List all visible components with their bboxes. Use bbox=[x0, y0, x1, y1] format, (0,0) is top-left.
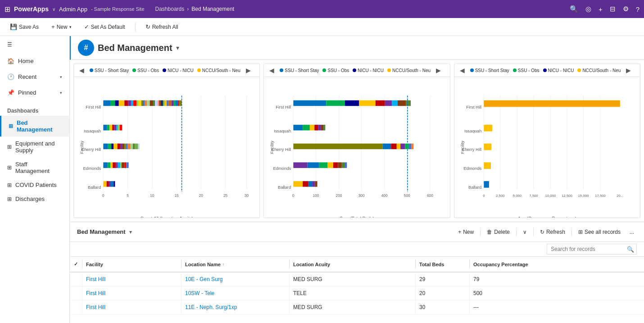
logo-chevron-icon[interactable]: ∨ bbox=[52, 7, 55, 12]
legend-ssu-short: SSU - Short Stay bbox=[90, 68, 129, 73]
table-more-button[interactable]: ... bbox=[627, 227, 637, 237]
row3-location[interactable]: 11E - Neph. Surg/1xp bbox=[181, 300, 290, 314]
svg-rect-109 bbox=[345, 100, 359, 106]
chart3-prev-btn[interactable]: ◀ bbox=[458, 67, 467, 74]
set-default-button[interactable]: ✓ Set As Default bbox=[82, 22, 128, 32]
chart2-prev-btn[interactable]: ◀ bbox=[268, 67, 276, 74]
table-title-chevron-icon[interactable]: ▾ bbox=[129, 229, 132, 235]
chart1-prev-btn[interactable]: ◀ bbox=[77, 67, 86, 74]
svg-rect-57 bbox=[120, 125, 122, 131]
svg-rect-51 bbox=[107, 125, 109, 131]
powerapps-logo[interactable]: PowerApps bbox=[14, 5, 49, 13]
table-title: Bed Management bbox=[77, 228, 126, 235]
svg-rect-20 bbox=[103, 100, 110, 106]
svg-rect-107 bbox=[294, 100, 327, 106]
chart3-legend-nicu: NICU - NICU bbox=[543, 68, 574, 73]
recent-label-group: 🕐 Recent bbox=[7, 73, 36, 80]
chart3-dot4 bbox=[577, 68, 581, 72]
recent-chevron-icon[interactable]: ▾ bbox=[60, 75, 62, 79]
search-icon[interactable]: 🔍 bbox=[570, 5, 578, 13]
sidebar-toggle[interactable]: ☰ bbox=[0, 36, 69, 53]
svg-rect-68 bbox=[131, 144, 133, 150]
bed-management-label: Bed Management bbox=[17, 119, 62, 133]
th-location-name: Location Name ↑ bbox=[181, 259, 290, 269]
sidebar-item-bed-management[interactable]: ⊞ Bed Management bbox=[0, 116, 69, 136]
location-sort-icon[interactable]: ↑ bbox=[222, 262, 225, 267]
filter-icon[interactable]: ⊟ bbox=[610, 5, 616, 13]
sidebar-item-recent[interactable]: 🕐 Recent ▾ bbox=[0, 69, 69, 85]
svg-text:100: 100 bbox=[313, 193, 319, 198]
svg-rect-143 bbox=[312, 181, 315, 187]
table-down-btn[interactable]: ∨ bbox=[520, 227, 530, 237]
new-button[interactable]: + New ▾ bbox=[49, 22, 74, 32]
search-submit-icon[interactable]: 🔍 bbox=[627, 246, 634, 253]
new-chevron-icon[interactable]: ▾ bbox=[69, 25, 72, 29]
page-header-icon: # bbox=[78, 40, 94, 56]
svg-text:0: 0 bbox=[483, 194, 485, 198]
save-as-button[interactable]: 💾 Save As bbox=[7, 22, 41, 32]
row3-acuity: MED SURG bbox=[290, 300, 416, 314]
see-all-records-button[interactable]: ⊞ See all records bbox=[576, 227, 623, 237]
add-icon[interactable]: + bbox=[599, 5, 603, 13]
legend-nccu-dot bbox=[197, 68, 201, 72]
svg-text:10,000: 10,000 bbox=[545, 194, 556, 198]
sidebar-item-staff-management[interactable]: ⊞ Staff Management bbox=[0, 157, 69, 178]
svg-rect-28 bbox=[136, 100, 138, 106]
table-toolbar: Bed Management ▾ + New 🗑 Delete ∨ bbox=[70, 222, 644, 242]
row1-facility[interactable]: First Hill bbox=[82, 273, 181, 286]
row3-check bbox=[70, 300, 82, 314]
svg-rect-120 bbox=[315, 125, 318, 131]
sidebar-item-discharges[interactable]: ⊞ Discharges bbox=[0, 192, 69, 206]
refresh-all-button[interactable]: ↻ Refresh All bbox=[143, 22, 181, 32]
table-row: First Hill 10E - Gen Surg MED SURG 29 79 bbox=[70, 273, 644, 287]
svg-text:0: 0 bbox=[292, 193, 295, 198]
pinned-label-group: 📌 Pinned bbox=[7, 89, 36, 96]
svg-rect-136 bbox=[333, 162, 338, 168]
staff-icon: ⊞ bbox=[7, 164, 12, 171]
circle-icon[interactable]: ◎ bbox=[585, 5, 591, 13]
chart2-next-btn[interactable]: ▶ bbox=[434, 67, 443, 74]
table-refresh-button[interactable]: ↻ Refresh bbox=[537, 227, 568, 237]
svg-rect-74 bbox=[110, 162, 113, 168]
svg-rect-35 bbox=[153, 100, 155, 106]
home-icon: 🏠 bbox=[7, 58, 14, 64]
row3-facility[interactable]: First Hill bbox=[82, 300, 181, 314]
th-occupancy: Occupancy Percentage bbox=[470, 259, 644, 269]
sidebar-item-pinned[interactable]: 📌 Pinned ▾ bbox=[0, 85, 69, 100]
svg-text:200: 200 bbox=[336, 193, 342, 198]
sidebar-item-equipment-supply[interactable]: ⊞ Equipment and Supply bbox=[0, 136, 69, 157]
row2-location[interactable]: 10SW - Tele bbox=[181, 287, 290, 300]
help-icon[interactable]: ? bbox=[636, 5, 639, 13]
svg-text:500: 500 bbox=[404, 193, 410, 198]
table-toolbar-divider3 bbox=[533, 227, 534, 237]
chart1-next-btn[interactable]: ▶ bbox=[244, 67, 253, 74]
svg-text:15: 15 bbox=[174, 193, 179, 198]
svg-rect-80 bbox=[124, 162, 126, 168]
sidebar-item-home[interactable]: 🏠 Home bbox=[0, 53, 69, 69]
svg-text:Ballard: Ballard bbox=[88, 185, 101, 190]
chart3-dot3 bbox=[543, 68, 547, 72]
svg-text:Issaquah: Issaquah bbox=[84, 129, 101, 133]
table-delete-button[interactable]: 🗑 Delete bbox=[484, 227, 512, 237]
breadcrumb-dashboards[interactable]: Dashboards bbox=[155, 6, 185, 12]
row2-facility[interactable]: First Hill bbox=[82, 287, 181, 300]
chart2-svg: Facility First Hill Issaquah Cherry Hill… bbox=[268, 79, 446, 216]
th-total-beds: Total Beds bbox=[416, 259, 470, 269]
main-layout: ☰ 🏠 Home 🕐 Recent ▾ 📌 Pinned ▾ Dashboard… bbox=[0, 36, 644, 323]
page-title-chevron-icon[interactable]: ▾ bbox=[176, 44, 179, 51]
search-input[interactable] bbox=[547, 244, 637, 255]
svg-rect-61 bbox=[113, 144, 117, 150]
sidebar-item-covid-patients[interactable]: ⊞ COVID Patients bbox=[0, 178, 69, 192]
row1-location[interactable]: 10E - Gen Surg bbox=[181, 273, 290, 286]
chart2-dot2 bbox=[322, 68, 326, 72]
table-new-button[interactable]: + New bbox=[455, 227, 476, 237]
svg-text:600: 600 bbox=[427, 193, 433, 198]
svg-rect-81 bbox=[126, 162, 128, 168]
waffle-icon[interactable]: ⊞ bbox=[5, 5, 10, 14]
table-toolbar-divider4 bbox=[571, 227, 572, 237]
pinned-chevron-icon[interactable]: ▾ bbox=[60, 91, 62, 95]
settings-icon[interactable]: ⚙ bbox=[623, 5, 629, 13]
chart3-next-btn[interactable]: ▶ bbox=[624, 67, 633, 74]
row1-check bbox=[70, 273, 82, 286]
svg-rect-33 bbox=[147, 100, 150, 106]
